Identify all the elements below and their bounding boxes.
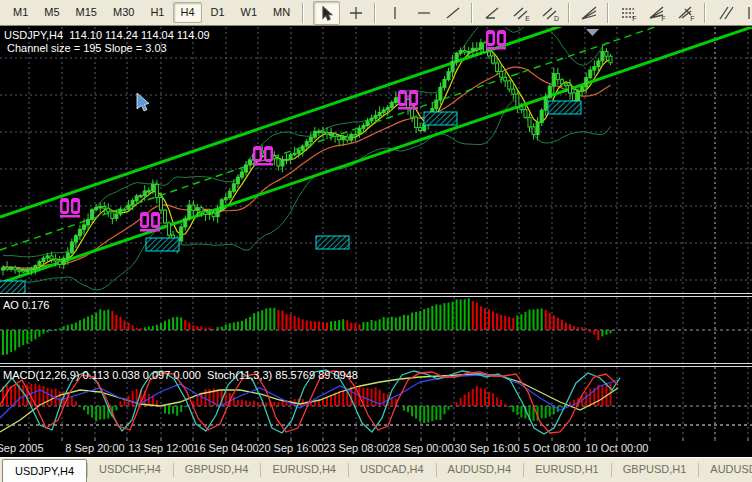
crosshair-button[interactable]: [342, 1, 369, 25]
equidistant-channel-button[interactable]: E: [507, 1, 534, 25]
fibo-arcs-button[interactable]: F: [672, 1, 699, 25]
regression-channel: [0, 27, 752, 283]
toolbar-divider: [374, 3, 376, 23]
svg-text:F: F: [690, 14, 694, 21]
chart-tab-usdcad-h4[interactable]: USDCAD,H4: [348, 458, 436, 482]
svg-text:F: F: [661, 14, 665, 21]
mouse-cursor-icon: [137, 93, 149, 111]
mt4-window: M1M5M15M30H1H4D1W1MN EDFFFAT USDJPY,H4 1…: [0, 0, 752, 482]
channel-info-label: Channel size = 195 Slope = 3.03: [7, 42, 167, 55]
time-axis-label: 20 Sep 16:00: [258, 442, 323, 454]
toolbar: M1M5M15M30H1H4D1W1MN EDFFFAT: [0, 0, 752, 26]
svg-text:E: E: [525, 14, 530, 21]
stddev-channel-button[interactable]: D: [536, 1, 563, 25]
line-study-buttons: EDFFFAT: [312, 1, 752, 25]
timeframe-button-h4[interactable]: H4: [173, 2, 201, 23]
horizontal-line-icon: [415, 5, 433, 21]
trendline-by-angle-button[interactable]: [478, 1, 505, 25]
ao-canvas[interactable]: [0, 297, 752, 363]
chart-tab-eurusd-h4[interactable]: EURUSD,H4: [260, 458, 348, 482]
timeframe-buttons: M1M5M15M30H1H4D1W1MN: [5, 2, 298, 23]
toolbar-divider: [568, 3, 570, 23]
time-axis-label: 5 Oct 08:00: [524, 442, 581, 454]
ao-histogram: [2, 298, 612, 355]
trendline-by-angle-icon: [483, 5, 501, 21]
cursor-icon: [318, 5, 336, 21]
ao-indicator-label: AO 0.176: [3, 299, 49, 312]
timeframe-button-m15[interactable]: M15: [69, 2, 104, 23]
chart-tab-audusd-h4[interactable]: AUDUSD,H4: [436, 458, 524, 482]
toolbar-divider: [302, 3, 304, 23]
andrews-pitchfork-button[interactable]: [711, 1, 738, 25]
svg-text:F: F: [632, 14, 636, 21]
candles: [2, 39, 613, 276]
time-axis-label: 30 Sep 16:00: [454, 442, 519, 454]
fibo-fan-button[interactable]: F: [643, 1, 670, 25]
time-axis-label: 16 Sep 04:00: [193, 442, 258, 454]
moving-averages: [3, 49, 611, 270]
ao-indicator-panel[interactable]: AO 0.176: [0, 297, 752, 363]
timeframe-button-w1[interactable]: W1: [234, 2, 265, 23]
fibo-timezones-button[interactable]: [740, 1, 752, 25]
timeframe-button-m1[interactable]: M1: [6, 2, 35, 23]
vertical-line-button[interactable]: [381, 1, 408, 25]
chart-tab-gbpusd-h1[interactable]: GBPUSD,H1: [611, 458, 699, 482]
timeframe-button-m5[interactable]: M5: [37, 2, 66, 23]
time-axis[interactable]: Sep 20058 Sep 20:0013 Sep 12:0016 Sep 04…: [0, 438, 752, 457]
time-axis-label: 8 Sep 20:00: [65, 442, 124, 454]
andrews-pitchfork-icon: [716, 5, 734, 21]
chart-tab-gbpusd-h4[interactable]: GBPUSD,H4: [173, 458, 261, 482]
stddev-channel-icon: D: [541, 5, 559, 21]
timeframe-button-h1[interactable]: H1: [143, 2, 171, 23]
price-chart-canvas[interactable]: [0, 27, 752, 293]
fibo-arcs-icon: F: [677, 5, 695, 21]
fibo-fan-icon: F: [648, 5, 666, 21]
grid-horizontal: [0, 58, 752, 280]
toolbar-divider: [471, 3, 473, 23]
gann-fan-icon: [580, 5, 598, 21]
macd-stoch-label: MACD(12,26,9) 0.113 0.038 0.097 0.000 St…: [3, 369, 358, 382]
signal-markers: [60, 30, 506, 232]
gann-fan-button[interactable]: [575, 1, 602, 25]
fibo-timezones-icon: [745, 5, 752, 21]
chart-tab-eurusd-h1[interactable]: EURUSD,H1: [523, 458, 611, 482]
time-axis-label: 13 Sep 12:00: [128, 442, 193, 454]
time-axis-label: 28 Sep 00:00: [388, 442, 453, 454]
chart-tab-usdjpy-h4[interactable]: USDJPY,H4: [2, 459, 87, 482]
trendline-icon: [444, 5, 462, 21]
cursor-button[interactable]: [313, 1, 340, 25]
grid: [29, 27, 748, 293]
equidistant-channel-icon: E: [512, 5, 530, 21]
macd-stoch-panel[interactable]: MACD(12,26,9) 0.113 0.038 0.097 0.000 St…: [0, 367, 752, 438]
chart-shift-marker-icon: [586, 29, 599, 36]
timeframe-button-d1[interactable]: D1: [204, 2, 232, 23]
time-axis-label: 10 Oct 00:00: [586, 442, 649, 454]
horizontal-line-button[interactable]: [410, 1, 437, 25]
timeframe-button-m30[interactable]: M30: [106, 2, 141, 23]
chart-tab-usdchf-h4[interactable]: USDCHF,H4: [87, 458, 173, 482]
fibo-retracement-icon: F: [619, 5, 637, 21]
time-axis-label: 23 Sep 08:00: [323, 442, 388, 454]
toolbar-divider: [607, 3, 609, 23]
chart-title: USDJPY,H4 114.10 114.24 114.04 114.09: [4, 29, 210, 42]
price-chart-panel[interactable]: USDJPY,H4 114.10 114.24 114.04 114.09 Ch…: [0, 27, 752, 293]
crosshair-icon: [347, 5, 365, 21]
trendline-button[interactable]: [439, 1, 466, 25]
chart-tab-audusd-h1[interactable]: AUDUSD,H1: [698, 458, 752, 482]
toolbar-divider: [704, 3, 706, 23]
vertical-line-icon: [386, 5, 404, 21]
chart-tabbar: USDJPY,H4USDCHF,H4GBPUSD,H4EURUSD,H4USDC…: [0, 457, 752, 482]
timeframe-button-mn[interactable]: MN: [266, 2, 297, 23]
time-axis-label: Sep 2005: [0, 442, 44, 454]
svg-text:D: D: [554, 14, 559, 21]
fibo-retracement-button[interactable]: F: [614, 1, 641, 25]
